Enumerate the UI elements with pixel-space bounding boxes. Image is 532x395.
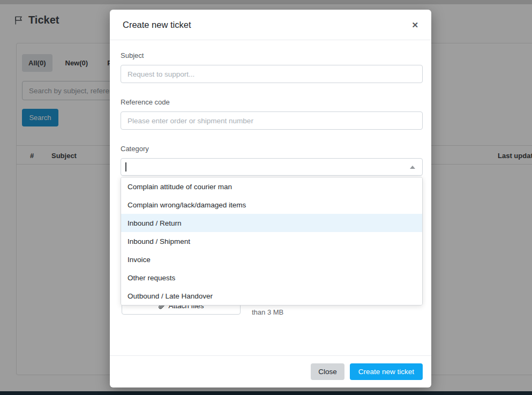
text-cursor	[125, 162, 126, 172]
close-icon[interactable]: ✕	[411, 21, 418, 29]
category-label: Category	[121, 145, 423, 153]
subject-label: Subject	[121, 51, 423, 59]
caret-up-icon[interactable]	[410, 166, 415, 169]
modal-footer: Close Create new ticket	[110, 355, 431, 387]
dropdown-option[interactable]: Outbound / Late Handover	[121, 287, 422, 305]
dropdown-option[interactable]: Complain attitude of courier man	[121, 177, 422, 196]
category-group: Category Complain attitude of courier ma…	[121, 145, 423, 176]
dropdown-option[interactable]: Invoice	[121, 250, 422, 269]
create-ticket-modal: Create new ticket ✕ Subject Reference co…	[110, 10, 431, 387]
attach-size-hint: than 3 MB	[252, 308, 283, 316]
reference-code-input[interactable]	[121, 111, 423, 130]
dropdown-option[interactable]: Complain wrong/lack/damaged items	[121, 196, 422, 214]
modal-body: Subject Reference code Category Complain…	[110, 51, 431, 315]
close-button[interactable]: Close	[311, 363, 344, 380]
dropdown-option-highlighted[interactable]: Inbound / Return	[121, 214, 422, 232]
category-dropdown: Complain attitude of courier man Complai…	[121, 177, 423, 305]
create-ticket-button[interactable]: Create new ticket	[350, 363, 423, 380]
category-combobox[interactable]	[121, 158, 423, 176]
dropdown-option[interactable]: Inbound / Shipment	[121, 232, 422, 250]
dropdown-option[interactable]: Other requests	[121, 269, 422, 287]
reference-code-label: Reference code	[121, 98, 423, 106]
modal-header: Create new ticket ✕	[110, 10, 431, 40]
modal-title: Create new ticket	[123, 20, 191, 30]
subject-input[interactable]	[121, 65, 423, 83]
